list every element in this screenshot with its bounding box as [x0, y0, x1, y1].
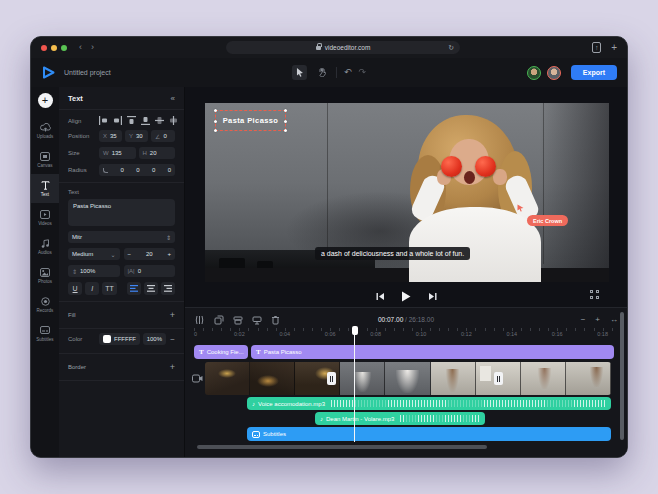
split-clip-button[interactable]: [194, 314, 205, 325]
export-button[interactable]: Export: [571, 65, 617, 80]
selection-handle[interactable]: [214, 129, 217, 132]
text-content-input[interactable]: Pasta Picasso: [68, 199, 175, 226]
video-thumbnail[interactable]: [431, 362, 476, 395]
video-thumbnail[interactable]: [250, 362, 295, 395]
collapse-panel-icon[interactable]: «: [171, 94, 175, 103]
undo-icon[interactable]: ↶: [344, 68, 352, 77]
next-frame-button[interactable]: [425, 289, 439, 303]
redo-icon[interactable]: ↷: [359, 68, 367, 77]
new-tab-icon[interactable]: +: [611, 42, 617, 53]
playhead-handle[interactable]: [352, 326, 358, 335]
add-media-button[interactable]: +: [38, 93, 53, 108]
zoom-out-button[interactable]: −: [581, 315, 586, 324]
align-bottom-icon[interactable]: [141, 116, 150, 125]
video-thumbnails[interactable]: [205, 362, 611, 395]
color-field[interactable]: FFFFFF: [99, 333, 140, 345]
sidebar-item-videos[interactable]: Videos: [31, 203, 59, 232]
color-opacity-field[interactable]: 100%: [143, 333, 167, 345]
align-top-icon[interactable]: [127, 116, 136, 125]
subtitle-caption[interactable]: a dash of deliciousness and a whole lot …: [315, 247, 470, 260]
vertical-scrollbar[interactable]: [620, 312, 624, 440]
text-align-right-button[interactable]: [161, 282, 175, 295]
line-height-field[interactable]: ⇕100%: [68, 265, 120, 277]
sidebar-item-text[interactable]: Text: [31, 174, 59, 203]
font-weight-select[interactable]: Medium⌄: [68, 248, 120, 260]
window-controls[interactable]: [41, 45, 67, 51]
italic-button[interactable]: I: [85, 282, 99, 295]
fullscreen-button[interactable]: [590, 290, 599, 299]
address-bar[interactable]: videoeditor.com ↻: [226, 41, 460, 54]
rotation-field[interactable]: ∠0: [151, 130, 175, 142]
close-window-button[interactable]: [41, 45, 47, 51]
select-tool-button[interactable]: [292, 65, 307, 80]
video-thumbnail[interactable]: [205, 362, 250, 395]
transition-marker[interactable]: [327, 372, 336, 385]
transition-marker[interactable]: [494, 372, 503, 385]
previous-frame-button[interactable]: [373, 289, 387, 303]
duplicate-clip-button[interactable]: [213, 314, 224, 325]
radius-field[interactable]: 0000: [99, 164, 175, 176]
font-size-stepper[interactable]: −20+: [124, 248, 176, 260]
clip-subtitles[interactable]: Subtitles: [247, 427, 611, 441]
share-icon[interactable]: ↑: [592, 42, 601, 53]
app-logo-icon[interactable]: [41, 65, 56, 80]
archive-clip-button[interactable]: [232, 314, 243, 325]
text-overlay-selection[interactable]: Pasta Picasso: [215, 110, 286, 131]
selection-handle[interactable]: [284, 120, 287, 123]
video-canvas[interactable]: Pasta Picasso a dash of deliciousness an…: [205, 103, 609, 282]
align-right-icon[interactable]: [113, 116, 122, 125]
selection-handle[interactable]: [214, 120, 217, 123]
selection-handle[interactable]: [284, 109, 287, 112]
align-center-horizontal-icon[interactable]: [169, 116, 178, 125]
overlay-text[interactable]: Pasta Picasso: [223, 116, 279, 125]
selection-handle[interactable]: [284, 129, 287, 132]
sidebar-item-audios[interactable]: Audios: [31, 232, 59, 261]
clip-audio-dean-martin[interactable]: ♪ Dean Martin - Volare.mp3: [315, 412, 485, 425]
align-left-icon[interactable]: [99, 116, 108, 125]
sidebar-item-subtitles[interactable]: Subtitles: [31, 319, 59, 348]
position-x-field[interactable]: X35: [99, 130, 122, 142]
uppercase-button[interactable]: TT: [102, 282, 116, 295]
playhead[interactable]: [354, 326, 355, 442]
project-title[interactable]: Untitled project: [64, 69, 111, 76]
sidebar-item-uploads[interactable]: Uploads: [31, 116, 59, 145]
clip-audio-voice[interactable]: ♪ Voice accomodation.mp3: [247, 397, 611, 410]
delete-clip-button[interactable]: [270, 314, 281, 325]
underline-button[interactable]: U: [68, 282, 82, 295]
position-y-field[interactable]: Y30: [125, 130, 148, 142]
play-button[interactable]: [399, 289, 413, 303]
clip-text-pasta-picasso[interactable]: T Pasta Picasso: [251, 345, 614, 359]
minimize-window-button[interactable]: [51, 45, 57, 51]
add-fill-icon[interactable]: +: [170, 310, 175, 320]
sidebar-item-canvas[interactable]: Canvas: [31, 145, 59, 174]
add-border-icon[interactable]: +: [170, 362, 175, 372]
align-center-vertical-icon[interactable]: [155, 116, 164, 125]
video-thumbnail[interactable]: [340, 362, 385, 395]
clip-text-cooking[interactable]: T Cooking Fie...: [194, 345, 248, 359]
video-thumbnail[interactable]: [385, 362, 430, 395]
zoom-fit-button[interactable]: ↔: [610, 315, 618, 324]
browser-back-icon[interactable]: ‹: [79, 43, 82, 52]
text-align-center-button[interactable]: [144, 282, 158, 295]
snapshot-button[interactable]: [251, 314, 262, 325]
timeline-ruler[interactable]: 00:020:040:060:080:100:120:140:160:180:2…: [194, 327, 618, 340]
sidebar-item-records[interactable]: Records: [31, 290, 59, 319]
sidebar-item-photos[interactable]: Photos: [31, 261, 59, 290]
width-field[interactable]: W135: [99, 147, 136, 159]
font-family-select[interactable]: Mitr⇕: [68, 231, 175, 243]
letter-spacing-field[interactable]: |A|0: [124, 265, 176, 277]
zoom-window-button[interactable]: [61, 45, 67, 51]
remove-color-icon[interactable]: −: [166, 335, 175, 344]
collaborator-avatar-1[interactable]: [527, 66, 541, 80]
height-field[interactable]: H20: [139, 147, 176, 159]
collaborator-avatar-2[interactable]: [547, 66, 561, 80]
horizontal-scrollbar[interactable]: [197, 445, 487, 449]
browser-forward-icon[interactable]: ›: [91, 43, 94, 52]
text-align-left-button[interactable]: [127, 282, 141, 295]
reload-icon[interactable]: ↻: [448, 44, 454, 52]
zoom-in-button[interactable]: +: [595, 315, 600, 324]
hand-tool-button[interactable]: [314, 65, 329, 80]
selection-handle[interactable]: [214, 109, 217, 112]
color-swatch[interactable]: [103, 335, 111, 343]
video-thumbnail[interactable]: [521, 362, 566, 395]
